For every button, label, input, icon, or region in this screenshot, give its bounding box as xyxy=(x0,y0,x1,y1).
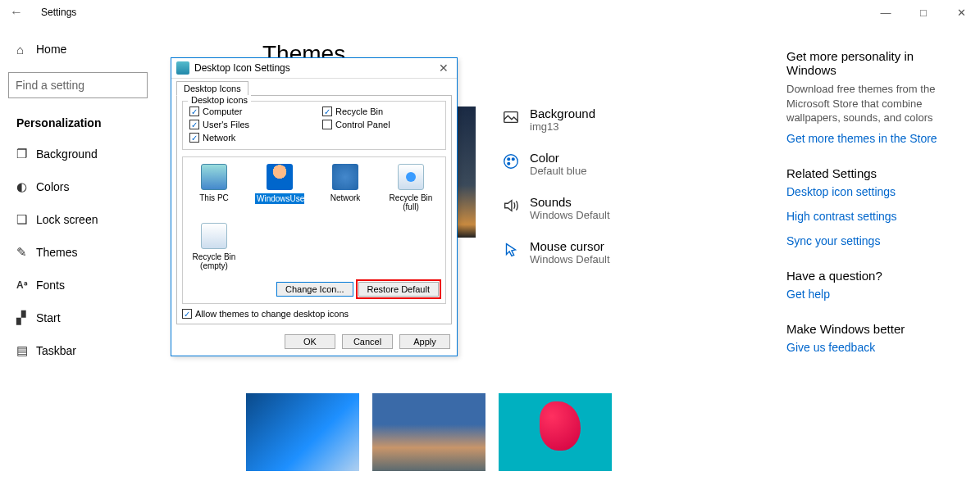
desktop-icons-fieldset: Desktop icons ✓Computer ✓Recycle Bin ✓Us… xyxy=(182,101,446,150)
icon-recycle-bin-full[interactable]: Recycle Bin (full) xyxy=(386,164,435,211)
link-store-themes[interactable]: Get more themes in the Store xyxy=(786,132,950,145)
link-feedback[interactable]: Give us feedback xyxy=(786,341,950,354)
option-label: Color xyxy=(530,151,586,165)
svg-point-3 xyxy=(512,158,514,161)
apply-button[interactable]: Apply xyxy=(399,334,450,349)
icon-recycle-bin-empty[interactable]: Recycle Bin (empty) xyxy=(189,223,239,270)
option-value: img13 xyxy=(530,120,595,133)
lock-icon: ❑ xyxy=(16,212,36,227)
palette-icon: ◐ xyxy=(16,179,36,194)
theme-thumbnail[interactable] xyxy=(499,393,612,471)
dialog-body: Desktop icons ✓Computer ✓Recycle Bin ✓Us… xyxy=(176,95,452,324)
option-value: Default blue xyxy=(530,165,586,177)
right-heading: Related Settings xyxy=(786,166,950,180)
theme-thumbnail[interactable] xyxy=(372,393,485,471)
svg-point-4 xyxy=(508,162,510,165)
fieldset-legend: Desktop icons xyxy=(188,95,251,105)
right-heading: Have a question? xyxy=(786,269,950,283)
option-mouse[interactable]: Mouse cursor Windows Default xyxy=(500,239,610,265)
sound-icon xyxy=(500,195,522,216)
cursor-icon xyxy=(500,239,522,261)
dialog-tabs: Desktop Icons xyxy=(171,79,457,95)
option-label: Background xyxy=(530,107,595,120)
search-input[interactable]: Find a setting xyxy=(8,72,148,98)
link-get-help[interactable]: Get help xyxy=(786,288,950,301)
option-sounds[interactable]: Sounds Windows Default xyxy=(500,195,610,221)
themes-icon: ✎ xyxy=(16,245,36,260)
dialog-icon xyxy=(176,61,189,75)
start-icon: ▞ xyxy=(16,310,36,325)
link-high-contrast[interactable]: High contrast settings xyxy=(786,210,950,223)
check-network[interactable]: ✓Network xyxy=(189,133,306,143)
svg-point-1 xyxy=(504,155,518,169)
sidebar-item-label: Themes xyxy=(36,246,78,259)
option-label: Mouse cursor xyxy=(530,239,610,253)
right-column: Get more personality in Windows Download… xyxy=(786,49,950,365)
link-sync-settings[interactable]: Sync your settings xyxy=(786,234,950,247)
maximize-button[interactable]: □ xyxy=(905,0,942,25)
icon-preview-box: This PC WindowsUser Network Recycle Bin … xyxy=(182,156,446,304)
cancel-button[interactable]: Cancel xyxy=(342,334,393,349)
window-title: Settings xyxy=(41,7,76,18)
restore-default-button[interactable]: Restore Default xyxy=(358,282,439,297)
check-recycle-bin[interactable]: ✓Recycle Bin xyxy=(322,107,439,116)
option-background[interactable]: Background img13 xyxy=(500,107,610,133)
sidebar-item-label: Start xyxy=(36,311,61,324)
theme-options: Background img13 Color Default blue Soun… xyxy=(500,107,610,283)
back-button[interactable]: ← xyxy=(0,5,33,20)
change-icon-button[interactable]: Change Icon... xyxy=(276,282,353,297)
tab-desktop-icons[interactable]: Desktop Icons xyxy=(176,81,248,96)
check-users-files[interactable]: ✓User's Files xyxy=(189,120,306,129)
link-desktop-icon-settings[interactable]: Desktop icon settings xyxy=(786,185,950,198)
sidebar-item-label: Fonts xyxy=(36,279,65,292)
close-button[interactable]: ✕ xyxy=(942,0,980,25)
sidebar-home-label: Home xyxy=(36,43,66,56)
color-icon xyxy=(500,151,522,172)
titlebar: ← Settings xyxy=(0,0,980,25)
theme-thumbnails xyxy=(246,393,612,471)
search-placeholder: Find a setting xyxy=(16,79,140,92)
option-label: Sounds xyxy=(530,195,610,209)
icon-this-pc[interactable]: This PC xyxy=(189,164,239,211)
right-text: Download free themes from the Microsoft … xyxy=(786,82,950,125)
desktop-icon-settings-dialog: Desktop Icon Settings ✕ Desktop Icons De… xyxy=(171,57,458,356)
sidebar-item-label: Colors xyxy=(36,180,69,193)
svg-point-2 xyxy=(508,158,510,161)
taskbar-icon: ▤ xyxy=(16,343,36,358)
icon-windows-user[interactable]: WindowsUser xyxy=(255,164,304,211)
sidebar-item-label: Background xyxy=(36,147,98,161)
home-icon: ⌂ xyxy=(16,43,36,57)
option-color[interactable]: Color Default blue xyxy=(500,151,610,177)
check-control-panel[interactable]: Control Panel xyxy=(322,120,439,129)
right-heading: Get more personality in Windows xyxy=(786,49,950,77)
dialog-title: Desktop Icon Settings xyxy=(194,62,290,74)
window-controls: — □ ✕ xyxy=(867,0,980,25)
check-allow-themes[interactable]: ✓ Allow themes to change desktop icons xyxy=(182,309,446,319)
check-computer[interactable]: ✓Computer xyxy=(189,107,306,116)
sidebar-item-label: Taskbar xyxy=(36,344,76,357)
right-heading: Make Windows better xyxy=(786,322,950,336)
picture-icon xyxy=(500,107,522,128)
picture-icon: ❐ xyxy=(16,147,36,161)
dialog-close-button[interactable]: ✕ xyxy=(435,61,452,75)
minimize-button[interactable]: — xyxy=(867,0,905,25)
sidebar-item-label: Lock screen xyxy=(36,213,98,226)
fonts-icon: Aᵃ xyxy=(16,279,36,291)
dialog-footer: OK Cancel Apply xyxy=(171,329,457,356)
theme-thumbnail[interactable] xyxy=(246,393,359,471)
dialog-titlebar[interactable]: Desktop Icon Settings ✕ xyxy=(171,58,457,79)
ok-button[interactable]: OK xyxy=(285,334,335,349)
option-value: Windows Default xyxy=(530,209,610,221)
icon-network[interactable]: Network xyxy=(321,164,370,211)
option-value: Windows Default xyxy=(530,253,610,265)
